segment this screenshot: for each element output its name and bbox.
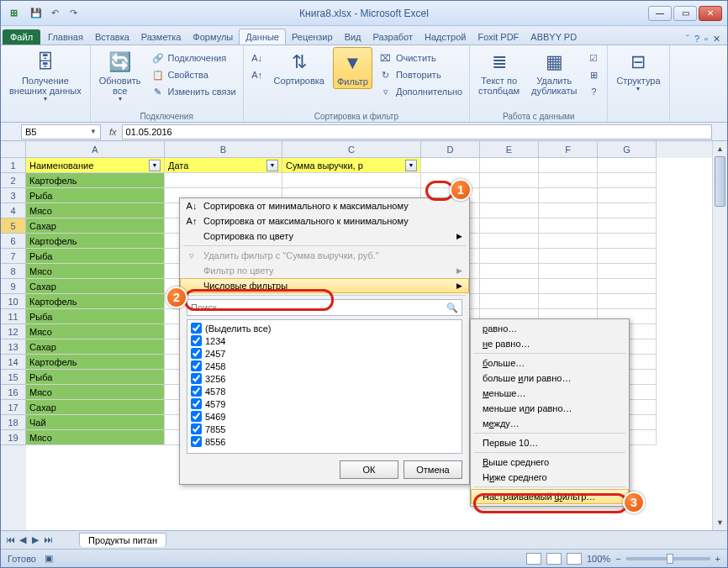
- filter-search[interactable]: 🔍: [187, 299, 462, 316]
- empty-cell[interactable]: [421, 158, 480, 173]
- filter-checkbox[interactable]: [191, 436, 202, 447]
- empty-cell[interactable]: [480, 249, 539, 264]
- sheet-nav-last[interactable]: ⏭: [42, 534, 54, 545]
- data-cell[interactable]: Сахар: [26, 279, 165, 294]
- advanced-button[interactable]: ▿Дополнительно: [377, 84, 464, 99]
- row-header[interactable]: 2: [1, 173, 26, 188]
- col-header-E[interactable]: E: [480, 141, 539, 158]
- empty-cell[interactable]: [539, 203, 598, 218]
- empty-cell[interactable]: [421, 173, 480, 188]
- data-cell[interactable]: Картофель: [26, 355, 165, 370]
- data-cell[interactable]: Рыба: [26, 249, 165, 264]
- row-header[interactable]: 16: [1, 385, 26, 400]
- empty-cell[interactable]: [480, 294, 539, 309]
- le-item[interactable]: меньше или равно…: [471, 401, 629, 416]
- empty-cell[interactable]: [480, 188, 539, 203]
- fx-icon[interactable]: fx: [104, 127, 122, 137]
- empty-cell[interactable]: [539, 279, 598, 294]
- zoom-out-icon[interactable]: −: [615, 554, 620, 564]
- page-break-icon[interactable]: [567, 553, 582, 565]
- checklist-item[interactable]: 4578: [189, 385, 460, 397]
- sort-desc-icon[interactable]: A↑: [249, 67, 266, 82]
- data-cell[interactable]: Рыба: [26, 188, 165, 203]
- header-cell[interactable]: Дата▼: [165, 158, 282, 173]
- data-cell[interactable]: Сахар: [26, 339, 165, 355]
- empty-cell[interactable]: [598, 158, 657, 173]
- filter-checkbox[interactable]: [191, 323, 202, 334]
- minimize-ribbon-icon[interactable]: ˇ: [686, 34, 689, 45]
- filter-checkbox[interactable]: [191, 373, 202, 384]
- remove-duplicates-button[interactable]: ▦ Удалить дубликаты: [528, 47, 580, 97]
- close-button[interactable]: ✕: [699, 6, 722, 21]
- row-header[interactable]: 15: [1, 370, 26, 385]
- filter-checkbox[interactable]: [191, 411, 202, 422]
- checklist-item[interactable]: (Выделить все): [189, 322, 460, 334]
- vertical-scrollbar[interactable]: ▲ ▼: [712, 141, 727, 530]
- filter-checkbox[interactable]: [191, 398, 202, 409]
- number-filters-item[interactable]: Числовые фильтры▶: [180, 278, 469, 293]
- filter-dropdown-icon[interactable]: ▼: [405, 160, 417, 171]
- top10-item[interactable]: Первые 10…: [471, 435, 629, 450]
- tab-abbyy pd[interactable]: ABBYY PD: [525, 29, 583, 45]
- empty-cell[interactable]: [480, 173, 539, 188]
- sort-ascending-item[interactable]: A↓Сортировка от минимального к максималь…: [180, 198, 469, 213]
- empty-cell[interactable]: [480, 158, 539, 173]
- checklist-item[interactable]: 7855: [189, 423, 460, 435]
- row-header[interactable]: 12: [1, 324, 26, 339]
- tab-главная[interactable]: Главная: [42, 29, 89, 45]
- scroll-thumb[interactable]: [715, 156, 725, 207]
- data-cell[interactable]: Картофель: [26, 234, 165, 249]
- macro-record-icon[interactable]: ▣: [45, 553, 53, 564]
- row-header[interactable]: 9: [1, 279, 26, 294]
- filter-checklist[interactable]: (Выделить все)12342457245832564578457954…: [187, 319, 462, 454]
- zoom-level[interactable]: 100%: [587, 554, 610, 564]
- empty-cell[interactable]: [598, 279, 657, 294]
- data-cell[interactable]: Мясо: [26, 203, 165, 218]
- empty-cell[interactable]: [598, 294, 657, 309]
- get-external-data-button[interactable]: 🗄 Получение внешних данных ▾: [6, 47, 85, 105]
- filter-checkbox[interactable]: [191, 335, 202, 346]
- search-input[interactable]: [191, 302, 446, 313]
- filter-checkbox[interactable]: [191, 360, 202, 371]
- file-tab[interactable]: Файл: [3, 29, 40, 45]
- checklist-item[interactable]: 4579: [189, 397, 460, 410]
- empty-cell[interactable]: [539, 249, 598, 264]
- checklist-item[interactable]: 2457: [189, 347, 460, 360]
- tab-вид[interactable]: Вид: [339, 29, 367, 45]
- row-header[interactable]: 19: [1, 430, 26, 445]
- whatif-icon[interactable]: ?: [585, 84, 602, 99]
- clear-filter-button[interactable]: ⌧Очистить: [377, 50, 464, 66]
- zoom-slider[interactable]: [626, 557, 710, 560]
- tab-формулы[interactable]: Формулы: [187, 29, 239, 45]
- data-cell[interactable]: Сахар: [26, 218, 165, 234]
- data-cell[interactable]: Мясо: [26, 264, 165, 279]
- data-cell[interactable]: Картофель: [26, 294, 165, 309]
- data-cell[interactable]: Мясо: [26, 430, 165, 445]
- tab-данные[interactable]: Данные: [239, 29, 286, 45]
- text-to-columns-button[interactable]: ≣ Текст по столбцам: [475, 47, 523, 97]
- reapply-button[interactable]: ↻Повторить: [377, 67, 464, 82]
- custom-filter-item[interactable]: Настраиваемый фильтр…: [471, 489, 629, 504]
- empty-cell[interactable]: [598, 234, 657, 249]
- zoom-in-icon[interactable]: +: [715, 554, 720, 564]
- tab-надстрой[interactable]: Надстрой: [419, 29, 472, 45]
- row-header[interactable]: 4: [1, 203, 26, 218]
- data-cell[interactable]: Сахар: [26, 400, 165, 415]
- col-header-F[interactable]: F: [539, 141, 598, 158]
- empty-cell[interactable]: [480, 279, 539, 294]
- scroll-down-icon[interactable]: ▼: [713, 515, 727, 530]
- row-header[interactable]: 17: [1, 400, 26, 415]
- formula-input[interactable]: 01.05.2016: [122, 124, 712, 139]
- sheet-nav-prev[interactable]: ◀: [17, 534, 29, 545]
- row-header[interactable]: 6: [1, 234, 26, 249]
- name-box[interactable]: B5▼: [21, 124, 101, 139]
- outline-button[interactable]: ⊟ Структура ▾: [613, 47, 663, 95]
- checklist-item[interactable]: 5469: [189, 410, 460, 423]
- window-restore-icon[interactable]: ▫: [704, 34, 708, 45]
- row-header[interactable]: 11: [1, 309, 26, 324]
- empty-cell[interactable]: [598, 203, 657, 218]
- consolidate-icon[interactable]: ⊞: [585, 67, 602, 82]
- page-layout-icon[interactable]: [546, 553, 562, 565]
- less-item[interactable]: меньше…: [471, 386, 629, 401]
- greater-item[interactable]: больше…: [471, 355, 629, 371]
